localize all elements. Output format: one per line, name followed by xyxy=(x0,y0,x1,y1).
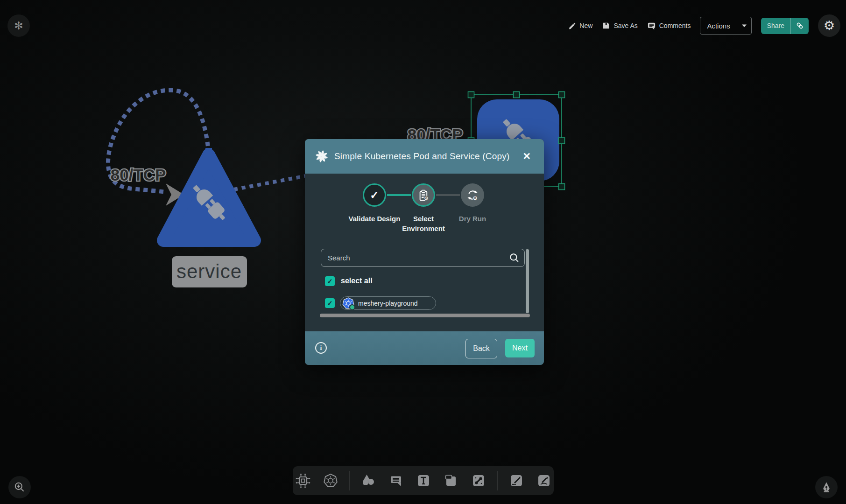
pencil-curve-icon xyxy=(536,473,552,489)
app-logo-button[interactable]: ✻ xyxy=(7,14,30,37)
back-button[interactable]: Back xyxy=(465,339,497,358)
comment-icon xyxy=(647,21,656,30)
pen-nib-icon xyxy=(820,481,832,493)
component-chip-tool[interactable] xyxy=(294,472,312,490)
gear-icon: ⚙ xyxy=(824,18,835,33)
save-icon xyxy=(602,21,610,30)
pen-mode-button[interactable] xyxy=(815,476,838,498)
clipboard-gear-icon: ⚙ xyxy=(417,189,430,202)
chevron-down-icon[interactable] xyxy=(737,17,751,34)
toolbar-divider xyxy=(497,471,498,490)
kubernetes-tool[interactable] xyxy=(322,472,339,490)
text-tool[interactable] xyxy=(415,472,432,490)
edge-label-left: 80/TCP xyxy=(111,166,166,184)
deploy-modal: Simple Kubernetes Pod and Service (Copy)… xyxy=(305,139,544,365)
new-button[interactable]: New xyxy=(568,22,592,30)
step-label-validate: Validate Design xyxy=(346,214,402,224)
checkmark-icon: ✓ xyxy=(370,189,379,202)
flower-logo-icon: ✻ xyxy=(14,20,23,32)
horizontal-scrollbar[interactable] xyxy=(320,314,530,317)
top-toolbar: New Save As Comments Actions Share xyxy=(568,14,840,37)
info-icon[interactable]: i xyxy=(315,342,327,354)
environment-search-input[interactable] xyxy=(321,249,525,267)
pen-line-icon xyxy=(508,473,524,489)
step-select-environment[interactable]: ⚙ xyxy=(412,183,435,207)
annotate-pen-tool[interactable] xyxy=(508,472,525,490)
svg-text:service: service xyxy=(176,260,242,282)
step-label-dry-run: Dry Run xyxy=(444,214,501,224)
modal-header: Simple Kubernetes Pod and Service (Copy)… xyxy=(305,139,544,174)
canvas-toolbar xyxy=(293,466,554,495)
connector-tool[interactable] xyxy=(470,472,487,490)
shapes-tool[interactable] xyxy=(360,472,377,490)
settings-button[interactable]: ⚙ xyxy=(818,14,840,37)
actions-dropdown[interactable]: Actions xyxy=(700,17,751,35)
text-icon xyxy=(416,473,431,489)
freehand-draw-tool[interactable] xyxy=(535,472,553,490)
share-button[interactable]: Share xyxy=(761,18,809,34)
modal-footer: i Back Next xyxy=(305,331,544,365)
environment-checkbox[interactable]: ✓ xyxy=(325,298,335,308)
select-all-checkbox[interactable]: ✓ xyxy=(325,276,335,286)
chip-icon xyxy=(295,473,311,489)
next-button[interactable]: Next xyxy=(505,339,535,357)
step-connector-active xyxy=(387,194,411,196)
new-label: New xyxy=(579,22,592,29)
modal-title: Simple Kubernetes Pod and Service (Copy) xyxy=(334,151,520,161)
search-field xyxy=(321,249,525,267)
kubernetes-icon xyxy=(323,473,338,489)
comment-icon xyxy=(388,473,404,489)
connected-status-dot xyxy=(349,304,355,310)
pencil-icon xyxy=(568,22,576,30)
share-label: Share xyxy=(761,18,790,34)
comments-button[interactable]: Comments xyxy=(647,21,691,30)
search-icon[interactable] xyxy=(509,252,520,263)
select-all-label: select all xyxy=(341,277,373,285)
zoom-in-icon xyxy=(14,481,26,493)
environment-name: meshery-playground xyxy=(358,300,418,307)
close-icon[interactable]: ✕ xyxy=(520,149,534,164)
checkmark-icon: ✓ xyxy=(327,277,333,286)
comment-tool[interactable] xyxy=(387,472,405,490)
vertical-scrollbar[interactable] xyxy=(526,249,529,313)
svg-text:⚙: ⚙ xyxy=(472,195,477,201)
save-as-button[interactable]: Save As xyxy=(602,21,637,30)
media-tool[interactable] xyxy=(442,472,460,490)
comments-label: Comments xyxy=(659,22,691,29)
save-as-label: Save As xyxy=(613,22,637,29)
checkmark-icon: ✓ xyxy=(327,299,333,308)
shapes-icon xyxy=(360,473,376,489)
dotted-connector-icon xyxy=(471,473,486,489)
service-node-label: service xyxy=(172,256,247,287)
environment-chip[interactable]: meshery-playground xyxy=(340,296,436,310)
step-label-environment: Select Environment xyxy=(395,214,451,233)
toolbar-divider xyxy=(349,471,350,490)
link-icon[interactable] xyxy=(790,18,809,34)
svg-text:⚙: ⚙ xyxy=(423,195,428,201)
step-validate-design[interactable]: ✓ xyxy=(363,183,386,207)
step-dry-run[interactable]: ⚙ xyxy=(461,183,484,207)
media-icon xyxy=(443,473,459,489)
meshery-logo-icon xyxy=(315,150,328,163)
step-connector-pending xyxy=(436,194,460,196)
zoom-in-button[interactable] xyxy=(8,476,31,498)
actions-label: Actions xyxy=(700,17,736,34)
history-gear-icon: ⚙ xyxy=(466,189,479,202)
